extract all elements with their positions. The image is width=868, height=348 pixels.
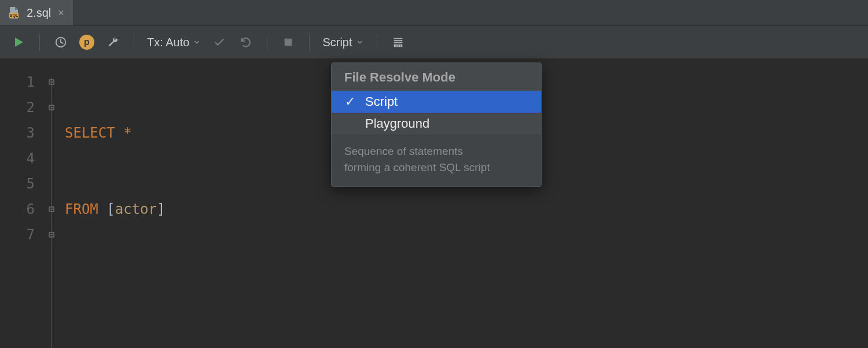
check-icon: ✓ [344, 94, 356, 109]
fold-column [46, 59, 57, 348]
chevron-down-icon [356, 38, 364, 46]
settings-wrench-icon[interactable] [105, 34, 121, 50]
popup-item-script[interactable]: ✓ Script [332, 91, 541, 113]
tx-mode-label: Tx: Auto [147, 36, 189, 49]
resolve-mode-popup: File Resolve Mode ✓ Script ✓ Playground … [331, 62, 542, 187]
tab-filename: 2.sql [27, 6, 51, 20]
fold-toggle-icon[interactable] [46, 197, 57, 222]
line-number: 7 [0, 222, 46, 247]
toolbar-separator [377, 34, 377, 51]
tx-mode-dropdown[interactable]: Tx: Auto [147, 36, 201, 49]
toolbar-separator [309, 34, 310, 51]
stop-button[interactable] [280, 34, 296, 50]
history-icon[interactable] [53, 34, 69, 50]
sql-file-icon: SQL [7, 6, 21, 20]
line-number: 5 [0, 171, 46, 197]
close-tab-icon[interactable]: × [57, 7, 65, 19]
resolve-mode-label: Script [322, 36, 352, 49]
line-gutter: 1 2 3 4 5 6 7 [0, 59, 46, 348]
console-toolbar: p Tx: Auto Script [0, 26, 868, 59]
line-number: 2 [0, 95, 46, 120]
popup-item-label: Script [365, 94, 398, 109]
svg-rect-3 [285, 39, 292, 46]
commit-icon[interactable] [211, 34, 227, 50]
svg-text:SQL: SQL [10, 13, 19, 18]
fold-toggle-icon[interactable] [46, 222, 57, 247]
fold-toggle-icon[interactable] [46, 69, 57, 95]
code-line [57, 273, 868, 298]
toolbar-separator [39, 34, 40, 51]
popup-item-playground[interactable]: ✓ Playground [332, 113, 541, 135]
line-number: 1 [0, 69, 46, 95]
toolbar-separator [267, 34, 267, 51]
popup-item-label: Playground [365, 116, 429, 131]
run-button[interactable] [10, 34, 27, 50]
fold-toggle-icon[interactable] [46, 95, 57, 120]
session-badge[interactable]: p [79, 35, 94, 50]
line-number: 4 [0, 146, 46, 171]
resolve-mode-dropdown[interactable]: Script [322, 36, 363, 49]
popup-header: File Resolve Mode [332, 63, 541, 91]
rollback-icon[interactable] [238, 34, 254, 50]
line-number: 6 [0, 197, 46, 222]
code-line: FROM [actor] [57, 197, 868, 222]
popup-description: Sequence of statements forming a coheren… [332, 135, 541, 186]
line-number: 3 [0, 120, 46, 146]
file-tab[interactable]: SQL 2.sql × [0, 0, 74, 25]
toolbar-separator [134, 34, 134, 51]
tab-bar: SQL 2.sql × [0, 0, 868, 26]
chevron-down-icon [193, 38, 201, 46]
data-editor-icon[interactable] [390, 34, 406, 50]
